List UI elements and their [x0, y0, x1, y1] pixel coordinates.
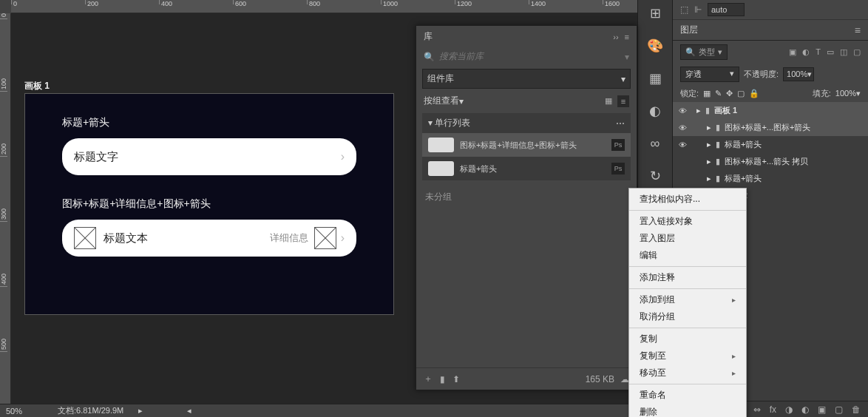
chevron-right-icon[interactable]: ▸	[138, 406, 143, 416]
opacity-value[interactable]: 100%▾	[783, 67, 814, 81]
mask-icon[interactable]: ◑	[785, 404, 793, 415]
more-icon[interactable]: ⋯	[616, 118, 625, 129]
placeholder-icon	[74, 227, 96, 249]
library-title: 库	[424, 30, 433, 43]
layer-row[interactable]: 👁▸▮标题+箭头	[673, 136, 868, 153]
filter-artboard-icon[interactable]: ▢	[853, 47, 861, 57]
chevron-right-icon[interactable]: ▸	[707, 140, 711, 149]
context-menu-item[interactable]: 取消分组	[629, 308, 746, 325]
layer-row[interactable]: 👁▸▮图标+标题+...图标+箭头	[673, 119, 868, 136]
zoom-level[interactable]: 50%	[6, 407, 43, 416]
context-menu-item[interactable]: 添加注释	[629, 269, 746, 286]
filter-text-icon[interactable]: T	[816, 47, 821, 57]
auto-input[interactable]	[708, 3, 745, 16]
lock-all-icon[interactable]: 🔒	[749, 89, 759, 98]
context-menu-item[interactable]: 复制至	[629, 348, 746, 365]
swatches-icon[interactable]: ⊞	[645, 3, 665, 24]
library-item[interactable]: 图标+标题+详细信息+图标+箭头 Ps	[422, 133, 631, 157]
chevron-right-icon[interactable]: ▸	[707, 174, 711, 183]
group-icon[interactable]: ▣	[818, 404, 826, 415]
layers-tab[interactable]: 图层	[680, 24, 698, 36]
library-select[interactable]: 组件库 ▾	[422, 69, 631, 89]
ruler-tick: 400	[0, 274, 7, 287]
chevron-right-icon[interactable]: ▸	[707, 123, 711, 132]
align-icon[interactable]: ⬚	[680, 4, 688, 15]
filter-smart-icon[interactable]: ◫	[840, 47, 847, 57]
layer-row[interactable]: ▸▮标题+箭头	[673, 170, 868, 187]
upload-icon[interactable]: ⬆	[452, 374, 460, 384]
thumbnail	[428, 138, 454, 152]
artboard[interactable]: 标题+箭头 标题文字 › 图标+标题+详细信息+图标+箭头 标题文本 详细信息 …	[24, 93, 394, 315]
view-mode-label[interactable]: 按组查看	[424, 95, 459, 107]
blend-mode-select[interactable]: 穿透▾	[680, 67, 739, 82]
link-icon[interactable]: ∞	[645, 133, 665, 154]
filter-shape-icon[interactable]: ▭	[827, 47, 834, 57]
context-menu-item[interactable]: 编辑	[629, 247, 746, 264]
list-view-icon[interactable]: ≡	[617, 95, 629, 107]
lock-artboard-icon[interactable]: ▢	[737, 89, 745, 98]
component-card[interactable]: 标题文本 详细信息 ›	[62, 220, 356, 257]
component-card[interactable]: 标题文字 ›	[62, 138, 356, 175]
context-menu-item[interactable]: 复制	[629, 330, 746, 348]
chevron-down-icon: ▾	[807, 70, 812, 79]
filter-type-select[interactable]: 🔍类型▾	[680, 44, 728, 60]
filter-adjust-icon[interactable]: ◐	[802, 47, 810, 57]
fx-icon[interactable]: fx	[770, 404, 776, 415]
folder-icon[interactable]: ▮	[440, 374, 445, 384]
context-menu-item[interactable]: 移动至	[629, 365, 746, 382]
link-layers-icon[interactable]: ⇔	[753, 404, 761, 415]
visibility-icon[interactable]: 👁	[677, 140, 688, 149]
ungrouped-label[interactable]: 未分组	[416, 183, 637, 211]
lock-position-icon[interactable]: ✥	[726, 89, 733, 98]
history-icon[interactable]: ↻	[645, 166, 665, 186]
adjustments-icon[interactable]: ◐	[645, 101, 665, 121]
adjustment-icon[interactable]: ◐	[801, 404, 809, 415]
chevron-right-icon[interactable]: ▸	[696, 106, 701, 115]
search-icon: 🔍	[424, 52, 435, 62]
visibility-icon[interactable]: 👁	[677, 106, 688, 115]
placeholder-icon	[314, 227, 336, 249]
chevron-right-icon[interactable]: ▸	[707, 157, 711, 166]
library-item[interactable]: 标题+箭头 Ps	[422, 157, 631, 180]
color-icon[interactable]: 🎨	[645, 35, 665, 56]
align-icon[interactable]: ⊩	[694, 4, 702, 15]
lock-brush-icon[interactable]: ✎	[715, 89, 722, 98]
folder-icon: ▮	[716, 157, 720, 166]
grid-view-icon[interactable]: ▦	[603, 95, 614, 107]
opacity-label: 不透明度:	[744, 69, 779, 80]
context-menu-item[interactable]: 置入图层	[629, 230, 746, 247]
add-icon[interactable]: ＋	[424, 373, 433, 385]
lock-pixels-icon[interactable]: ▦	[703, 89, 711, 98]
chevron-down-icon[interactable]: ▾	[625, 52, 629, 62]
library-search[interactable]: 🔍 搜索当前库 ▾	[416, 47, 637, 66]
panel-menu-icon[interactable]: ≡	[625, 33, 629, 41]
ruler-tick: 1000	[381, 0, 398, 4]
context-menu-item[interactable]: 重命名	[629, 387, 746, 404]
chevron-down-icon[interactable]: ▾	[428, 118, 433, 128]
context-menu-item[interactable]: 添加到组	[629, 291, 746, 308]
chevron-down-icon[interactable]: ▾	[459, 96, 464, 106]
layer-row[interactable]: 👁▸▮画板 1	[673, 102, 868, 119]
library-panel: 库 ››≡ 🔍 搜索当前库 ▾ 组件库 ▾ 按组查看▾ ▦ ≡ ▾ 单行列表 ⋯…	[416, 25, 637, 390]
trash-icon[interactable]: 🗑	[852, 404, 861, 415]
artboard-label[interactable]: 画板 1	[24, 80, 50, 92]
context-menu-item[interactable]: 置入链接对象	[629, 213, 746, 230]
ruler-horizontal[interactable]: 02004006008001000120014001600	[11, 0, 672, 13]
libraries-icon[interactable]: ▦	[645, 68, 665, 89]
panel-menu-icon[interactable]: ≡	[855, 24, 861, 36]
context-menu-item[interactable]: 查找相似内容...	[629, 191, 746, 208]
chevron-left-icon[interactable]: ◂	[187, 406, 191, 416]
context-menu-item[interactable]: 删除	[629, 404, 746, 417]
context-menu: 查找相似内容...置入链接对象置入图层编辑添加注释添加到组取消分组复制复制至移动…	[628, 188, 747, 417]
ruler-vertical[interactable]: 0100200300400500	[0, 13, 11, 404]
lock-label: 锁定:	[680, 88, 699, 99]
filter-image-icon[interactable]: ▣	[789, 47, 796, 57]
collapse-icon[interactable]: ››	[613, 33, 618, 41]
visibility-icon[interactable]: 👁	[677, 123, 688, 132]
fill-value[interactable]: 100%▾	[835, 89, 861, 98]
group-name[interactable]: 单行列表	[435, 118, 470, 128]
doc-info[interactable]: 文档:6.81M/29.9M	[58, 405, 123, 416]
new-layer-icon[interactable]: ▢	[835, 404, 843, 415]
layer-row[interactable]: ▸▮图标+标题+...箭头 拷贝	[673, 153, 868, 170]
folder-icon: ▮	[716, 174, 720, 183]
